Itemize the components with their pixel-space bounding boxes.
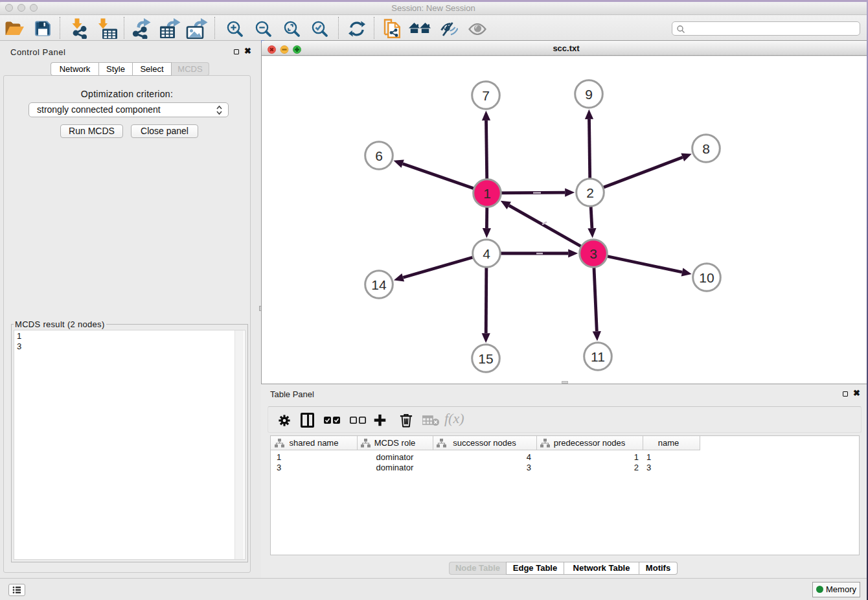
svg-text:1: 1 (483, 186, 491, 201)
svg-text:14: 14 (371, 277, 387, 292)
svg-text:8: 8 (702, 141, 710, 156)
svg-text:7: 7 (482, 88, 490, 103)
svg-text:9: 9 (585, 87, 593, 102)
svg-text:3: 3 (589, 246, 597, 261)
svg-text:10: 10 (699, 270, 714, 285)
svg-text:11: 11 (591, 349, 605, 364)
svg-text:15: 15 (478, 351, 493, 366)
svg-text:2: 2 (586, 185, 594, 200)
svg-text:6: 6 (375, 148, 383, 163)
svg-text:4: 4 (483, 246, 490, 261)
